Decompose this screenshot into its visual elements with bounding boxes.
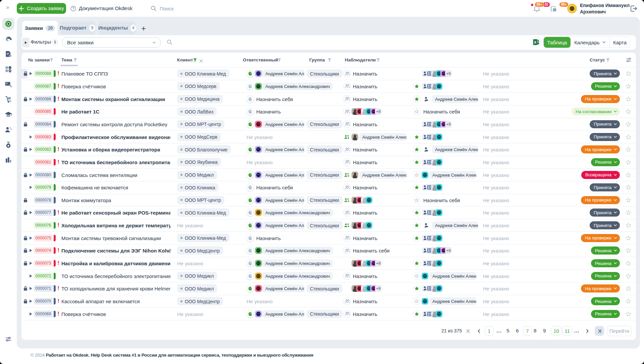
svg-text:X: X xyxy=(534,40,537,44)
svg-text:?: ? xyxy=(72,7,74,10)
